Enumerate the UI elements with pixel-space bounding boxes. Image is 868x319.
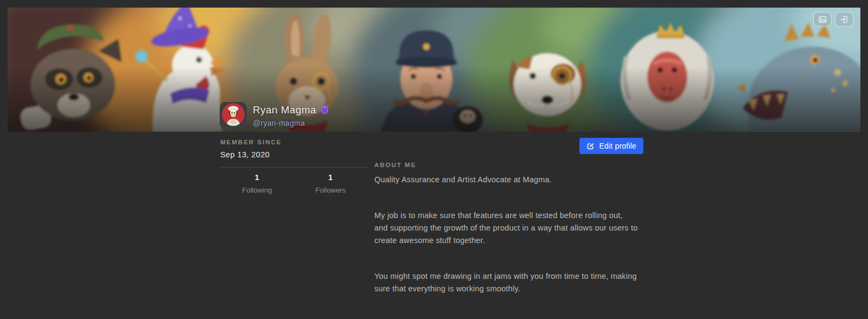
edit-profile-button[interactable]: Edit profile [579,138,643,154]
divider [220,167,367,168]
about-paragraph: My job is to make sure that features are… [374,209,638,247]
profile-avatar[interactable] [220,102,247,129]
about-paragraph: You might spot me drawing in art jams wi… [374,270,638,295]
image-icon [818,15,827,24]
following-stat[interactable]: 1 Following [220,173,294,194]
edit-icon [586,142,595,150]
followers-count: 1 [294,173,368,182]
followers-stat[interactable]: 1 Followers [294,173,368,194]
profile-name: Ryan Magma [253,104,316,116]
avatar-image [222,103,245,128]
about-me-label: ABOUT ME [374,162,643,168]
about-me-text: Quality Assurance and Artist Advocate at… [374,174,643,295]
banner-actions [813,12,853,27]
about-paragraph: Quality Assurance and Artist Advocate at… [374,174,638,186]
member-since-label: MEMBER SINCE [220,139,367,145]
profile-username[interactable]: @ryan-magma [253,119,329,127]
member-since-value: Sep 13, 2020 [220,150,367,159]
profile-identity: Ryan Magma @ryan-magma [220,102,329,129]
magma-badge-icon [320,104,329,117]
import-cover-button[interactable] [835,12,853,27]
following-count: 1 [220,173,294,182]
following-label: Following [220,186,294,194]
profile-about-column: Edit profile ABOUT ME Quality Assurance … [374,138,643,295]
change-cover-button[interactable] [813,12,832,27]
edit-profile-label: Edit profile [599,142,636,150]
followers-label: Followers [294,186,368,194]
stats-row: 1 Following 1 Followers [220,173,367,194]
banner-illustration [8,8,860,132]
import-icon [840,15,848,24]
profile-meta-column: MEMBER SINCE Sep 13, 2020 1 Following 1 … [220,139,367,194]
profile-banner: Ryan Magma @ryan-magma [8,8,860,132]
